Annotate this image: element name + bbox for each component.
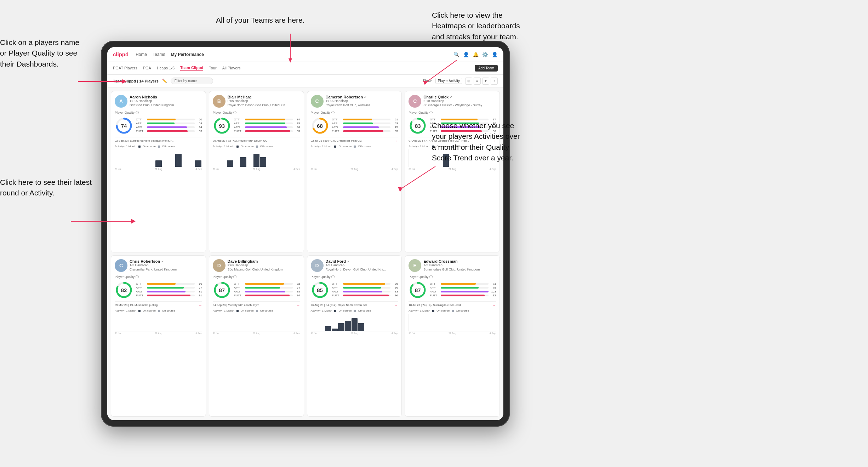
round-arrow[interactable]: → <box>492 303 496 307</box>
avatar-icon[interactable]: 👤 <box>492 52 498 57</box>
latest-round[interactable]: 04 Sep 23 | Mobility with coach, Gym → <box>213 301 300 307</box>
stat-row-putt: PUTT 85 <box>332 130 398 133</box>
tab-hcaps[interactable]: Hcaps 1-5 <box>157 66 175 71</box>
stat-row-app: APP 85 <box>234 122 300 125</box>
player-card[interactable]: C Chris Robertson ✓ 1-5 Handicap Craigmi… <box>111 255 206 417</box>
show-select[interactable]: Player Activity <box>435 78 462 84</box>
search-input[interactable] <box>171 78 213 84</box>
stat-row-putt: PUTT 96 <box>332 294 398 297</box>
quality-section[interactable]: 74 OTT 60 APP 58 ARG 84 PUTT <box>115 116 202 135</box>
chart-area <box>213 149 300 167</box>
grid-view-icon[interactable]: ⊞ <box>465 78 472 85</box>
player-card[interactable]: E Edward Crossman 1-5 Handicap Sunningda… <box>405 255 500 417</box>
tab-team-clippd[interactable]: Team Clippd <box>180 66 203 71</box>
player-header: D Dave Billingham Plus Handicap Sög Magi… <box>213 259 300 272</box>
player-card[interactable]: A Aaron Nicholls 11-15 Handicap Drift Go… <box>111 91 206 252</box>
player-handicap: 1-5 Handicap <box>130 263 202 268</box>
chart-dates: 31 Jul21 Aug4 Sep <box>409 168 496 170</box>
round-arrow[interactable]: → <box>394 139 398 143</box>
latest-round[interactable]: 02 Sep 23 | Sunset round to get back int… <box>115 137 202 143</box>
latest-round[interactable]: 18 Jul 23 | 74 (+4), Sunningdale GC - Ol… <box>409 301 496 307</box>
donut-container[interactable]: 93 <box>213 116 231 135</box>
round-text: 04 Sep 23 | Mobility with coach, Gym <box>213 303 297 307</box>
donut-container[interactable]: 87 <box>213 281 231 299</box>
donut-container[interactable]: 83 <box>409 116 427 135</box>
stat-row-arg: ARG 88 <box>234 126 300 129</box>
player-card[interactable]: C Charlie Quick ✓ 6-10 Handicap St. Geor… <box>405 91 500 252</box>
stat-row-app: APP 63 <box>332 122 398 125</box>
list-view-icon[interactable]: ≡ <box>474 78 481 85</box>
round-arrow[interactable]: → <box>394 303 398 307</box>
quality-section[interactable]: 85 OTT 89 APP 80 ARG 83 PUTT <box>311 281 398 299</box>
player-name[interactable]: Cameron Robertson ✓ <box>326 95 398 99</box>
player-handicap: 1-5 Handicap <box>326 263 398 268</box>
player-card[interactable]: D David Ford ✓ 1-5 Handicap Royal North … <box>307 255 402 417</box>
round-text: 26 Aug 23 | 73 (+1), Royal North Devon G… <box>213 139 297 142</box>
search-icon[interactable]: 🔍 <box>453 52 459 57</box>
annotation-players-name: Click on a players nameor Player Quality… <box>0 37 79 69</box>
nav-logo: clippd <box>113 51 129 57</box>
player-card[interactable]: D Dave Billingham Plus Handicap Sög Magi… <box>209 255 304 417</box>
stat-row-arg: ARG 84 <box>136 126 202 129</box>
chart-area <box>115 314 202 331</box>
round-arrow[interactable]: → <box>199 303 202 307</box>
round-arrow[interactable]: → <box>297 303 300 307</box>
view-icons: ⊞ ≡ ▼ ↕ <box>465 78 498 85</box>
profile-icon[interactable]: 👤 <box>463 52 469 57</box>
add-team-button[interactable]: Add Team <box>475 65 498 72</box>
player-card[interactable]: C Cameron Robertson ✓ 11-15 Handicap Roy… <box>307 91 402 252</box>
nav-link-performance[interactable]: My Performance <box>171 51 204 58</box>
player-name[interactable]: Edward Crossman <box>423 259 496 263</box>
donut-container[interactable]: 68 <box>311 116 329 135</box>
quality-section[interactable]: 68 OTT 61 APP 63 ARG 75 PUTT <box>311 116 398 135</box>
player-name[interactable]: Aaron Nicholls <box>130 95 202 99</box>
player-name[interactable]: Blair McHarg <box>228 95 300 99</box>
player-name[interactable]: Dave Billingham <box>228 259 300 263</box>
chart-bars <box>311 314 398 331</box>
tab-all-players[interactable]: All Players <box>222 66 241 71</box>
round-arrow[interactable]: → <box>199 139 202 143</box>
latest-round[interactable]: 26 Aug 23 | 73 (+1), Royal North Devon G… <box>213 137 300 143</box>
latest-round[interactable]: 05 Mar 23 | 19, Must make putting → <box>115 301 202 307</box>
tab-pga[interactable]: PGA <box>143 66 151 71</box>
quality-section[interactable]: 87 OTT 73 APP 79 ARG 103 PUTT <box>409 281 496 299</box>
chart-bars <box>409 314 496 331</box>
donut-container[interactable]: 74 <box>115 116 133 135</box>
player-name[interactable]: Charlie Quick ✓ <box>423 95 496 99</box>
sub-tabs: PGAT Players PGA Hcaps 1-5 Team Clippd T… <box>107 62 503 75</box>
activity-label: Activity · 1 Month On course Off course <box>213 145 300 148</box>
player-name[interactable]: Chris Robertson ✓ <box>130 259 202 263</box>
nav-bar: clippd Home Teams My Performance 🔍 👤 🔔 ⚙… <box>107 47 503 62</box>
donut-container[interactable]: 82 <box>115 281 133 299</box>
quality-section[interactable]: 93 OTT 84 APP 85 ARG 88 PUTT <box>213 116 300 135</box>
edit-icon[interactable]: ✏️ <box>162 79 167 83</box>
nav-link-teams[interactable]: Teams <box>153 51 165 58</box>
chart-area <box>311 149 398 167</box>
latest-round[interactable]: 02 Jul 23 | 59 (+17), Craigmillar Park G… <box>311 137 398 143</box>
bell-icon[interactable]: 🔔 <box>473 52 479 57</box>
donut-container[interactable]: 87 <box>409 281 427 299</box>
sort-icon[interactable]: ↕ <box>491 78 498 85</box>
tab-pgat-players[interactable]: PGAT Players <box>113 66 137 71</box>
stats-bars: OTT 73 APP 79 ARG 103 PUTT 92 <box>430 282 496 298</box>
round-arrow[interactable]: → <box>297 139 300 143</box>
quality-section[interactable]: 82 OTT 60 APP 77 ARG 81 PUTT <box>115 281 202 299</box>
stat-row-ott: OTT 61 <box>332 118 398 121</box>
donut-container[interactable]: 85 <box>311 281 329 299</box>
player-header: B Blair McHarg Plus Handicap Royal North… <box>213 95 300 108</box>
stats-bars: OTT 82 APP 74 ARG 85 PUTT 94 <box>234 282 300 298</box>
player-name[interactable]: David Ford ✓ <box>326 259 398 263</box>
off-course-legend <box>354 146 356 148</box>
toolbar: Team Clippd | 14 Players ✏️ Show: Player… <box>107 75 503 87</box>
player-card[interactable]: B Blair McHarg Plus Handicap Royal North… <box>209 91 304 252</box>
quality-score: 93 <box>219 123 225 129</box>
quality-section[interactable]: 87 OTT 82 APP 74 ARG 85 PUTT <box>213 281 300 299</box>
activity-label: Activity · 1 Month On course Off course <box>311 145 398 148</box>
latest-round[interactable]: 26 Aug 23 | 84 (+12), Royal North Devon … <box>311 301 398 307</box>
player-handicap: Plus Handicap <box>228 99 300 103</box>
filter-icon[interactable]: ▼ <box>482 78 489 85</box>
nav-link-home[interactable]: Home <box>136 51 147 58</box>
tab-tour[interactable]: Tour <box>209 66 216 71</box>
settings-icon[interactable]: ⚙️ <box>482 52 488 57</box>
chart-dates: 31 Jul21 Aug4 Sep <box>115 168 202 170</box>
